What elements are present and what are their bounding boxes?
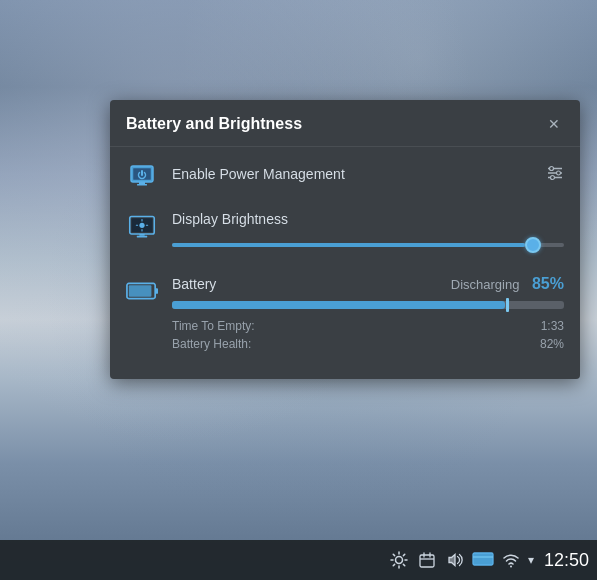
battery-health-value: 82% (540, 337, 564, 351)
taskbar-clock: 12:50 (544, 550, 589, 571)
taskbar-expand-arrow[interactable]: ▾ (528, 553, 534, 567)
display-taskbar-icon[interactable] (472, 549, 494, 571)
battery-content: Battery Discharging 85% Time To Empty: 1… (172, 275, 564, 351)
svg-rect-22 (137, 236, 148, 238)
power-management-label: Enable Power Management (172, 166, 345, 182)
svg-rect-7 (137, 184, 147, 186)
brightness-thumb[interactable] (525, 237, 541, 253)
svg-rect-25 (129, 285, 152, 296)
brightness-label: Display Brightness (172, 211, 564, 227)
battery-header: Battery Discharging 85% (172, 275, 564, 293)
panel-header: Battery and Brightness ✕ (110, 100, 580, 147)
calendar-icon[interactable] (416, 549, 438, 571)
battery-health-label: Battery Health: (172, 337, 540, 351)
power-settings-icon[interactable] (546, 164, 564, 186)
panel-title: Battery and Brightness (126, 115, 302, 133)
svg-rect-21 (139, 234, 144, 236)
svg-point-13 (551, 176, 555, 180)
svg-point-16 (139, 223, 144, 228)
svg-point-33 (510, 566, 512, 568)
battery-percent-value: 85% (532, 275, 564, 292)
battery-section: Battery Discharging 85% Time To Empty: 1… (110, 267, 580, 363)
svg-point-12 (557, 171, 561, 175)
battery-bar-thumb (506, 298, 509, 312)
brightness-fill (172, 243, 525, 247)
power-icon (126, 159, 158, 191)
time-to-empty-label: Time To Empty: (172, 319, 540, 333)
wifi-icon[interactable] (500, 549, 522, 571)
settings-icon[interactable] (388, 549, 410, 571)
power-management-row: Enable Power Management (110, 147, 580, 203)
battery-bar (172, 301, 564, 309)
svg-rect-6 (139, 182, 145, 184)
svg-point-26 (395, 557, 402, 564)
power-management-left: Enable Power Management (126, 159, 345, 191)
brightness-track (172, 243, 564, 247)
brightness-icon (126, 211, 158, 243)
battery-brightness-panel: Battery and Brightness ✕ (110, 100, 580, 379)
brightness-section: Display Brightness (110, 203, 580, 267)
battery-bar-fill (172, 301, 505, 309)
battery-discharging-label: Discharging (451, 277, 520, 292)
volume-icon[interactable] (444, 549, 466, 571)
svg-rect-31 (473, 553, 493, 565)
svg-point-11 (550, 167, 554, 171)
svg-rect-24 (155, 288, 158, 294)
brightness-content: Display Brightness (172, 211, 564, 253)
battery-label: Battery (172, 276, 216, 292)
taskbar: ▾ 12:50 (0, 540, 597, 580)
svg-rect-27 (420, 555, 434, 567)
battery-details: Time To Empty: 1:33 Battery Health: 82% (172, 319, 564, 351)
brightness-slider[interactable] (172, 237, 564, 253)
battery-status-text: Discharging 85% (451, 275, 564, 293)
panel-close-button[interactable]: ✕ (544, 114, 564, 134)
time-to-empty-value: 1:33 (540, 319, 564, 333)
battery-icon (126, 275, 158, 307)
